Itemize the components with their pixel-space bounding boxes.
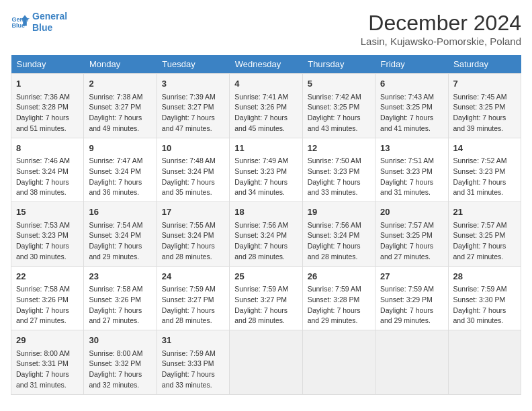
day-number: 15	[16, 205, 79, 219]
logo-icon: General Blue	[11, 13, 30, 32]
header-saturday: Saturday	[448, 55, 521, 74]
day-number: 9	[89, 142, 151, 155]
calendar-cell: 27Sunrise: 7:59 AM Sunset: 3:29 PM Dayli…	[375, 266, 448, 330]
calendar-cell: 24Sunrise: 7:59 AM Sunset: 3:27 PM Dayli…	[157, 266, 229, 330]
day-info: Sunrise: 7:49 AM Sunset: 3:23 PM Dayligh…	[234, 156, 297, 198]
day-number: 25	[234, 270, 297, 283]
header: General Blue General Blue December 2024 …	[11, 11, 521, 47]
day-info: Sunrise: 7:39 AM Sunset: 3:27 PM Dayligh…	[162, 92, 224, 134]
header-thursday: Thursday	[302, 55, 375, 74]
calendar-cell: 12Sunrise: 7:50 AM Sunset: 3:23 PM Dayli…	[302, 138, 375, 202]
day-number: 23	[89, 270, 151, 283]
day-info: Sunrise: 7:46 AM Sunset: 3:24 PM Dayligh…	[16, 156, 79, 198]
day-number: 21	[453, 205, 516, 219]
day-info: Sunrise: 7:54 AM Sunset: 3:24 PM Dayligh…	[89, 220, 151, 263]
day-info: Sunrise: 7:36 AM Sunset: 3:28 PM Dayligh…	[16, 92, 79, 134]
calendar-week-4: 22Sunrise: 7:58 AM Sunset: 3:26 PM Dayli…	[11, 266, 521, 330]
header-monday: Monday	[84, 55, 157, 74]
calendar-week-5: 29Sunrise: 8:00 AM Sunset: 3:31 PM Dayli…	[11, 330, 521, 395]
day-number: 16	[89, 205, 151, 219]
day-info: Sunrise: 7:57 AM Sunset: 3:25 PM Dayligh…	[380, 220, 443, 263]
calendar-header-row: SundayMondayTuesdayWednesdayThursdayFrid…	[11, 55, 521, 74]
day-info: Sunrise: 7:59 AM Sunset: 3:27 PM Dayligh…	[234, 284, 297, 326]
day-number: 10	[162, 142, 224, 155]
calendar-cell: 25Sunrise: 7:59 AM Sunset: 3:27 PM Dayli…	[230, 266, 302, 330]
header-friday: Friday	[375, 55, 448, 74]
logo-line2: Blue	[32, 22, 67, 34]
day-info: Sunrise: 7:48 AM Sunset: 3:24 PM Dayligh…	[162, 156, 224, 198]
day-number: 13	[380, 142, 443, 155]
day-info: Sunrise: 7:55 AM Sunset: 3:24 PM Dayligh…	[162, 220, 224, 263]
day-number: 2	[89, 77, 151, 91]
day-number: 7	[453, 77, 516, 91]
day-number: 19	[308, 205, 370, 219]
calendar-cell: 3Sunrise: 7:39 AM Sunset: 3:27 PM Daylig…	[157, 74, 229, 138]
day-info: Sunrise: 7:42 AM Sunset: 3:25 PM Dayligh…	[308, 92, 370, 134]
calendar-cell: 10Sunrise: 7:48 AM Sunset: 3:24 PM Dayli…	[157, 138, 229, 202]
calendar-body: 1Sunrise: 7:36 AM Sunset: 3:28 PM Daylig…	[11, 74, 521, 395]
calendar-cell: 11Sunrise: 7:49 AM Sunset: 3:23 PM Dayli…	[230, 138, 302, 202]
calendar-week-2: 8Sunrise: 7:46 AM Sunset: 3:24 PM Daylig…	[11, 138, 521, 202]
svg-text:Blue: Blue	[11, 22, 25, 29]
day-number: 5	[308, 77, 370, 91]
calendar-cell: 13Sunrise: 7:51 AM Sunset: 3:23 PM Dayli…	[375, 138, 448, 202]
calendar-cell: 8Sunrise: 7:46 AM Sunset: 3:24 PM Daylig…	[11, 138, 84, 202]
day-info: Sunrise: 7:53 AM Sunset: 3:23 PM Dayligh…	[16, 220, 79, 263]
calendar-cell: 14Sunrise: 7:52 AM Sunset: 3:23 PM Dayli…	[448, 138, 521, 202]
day-info: Sunrise: 7:50 AM Sunset: 3:23 PM Dayligh…	[308, 156, 370, 198]
calendar-cell: 15Sunrise: 7:53 AM Sunset: 3:23 PM Dayli…	[11, 202, 84, 267]
calendar-cell: 16Sunrise: 7:54 AM Sunset: 3:24 PM Dayli…	[84, 202, 157, 267]
day-number: 26	[308, 270, 370, 283]
day-number: 22	[16, 270, 79, 283]
day-number: 28	[453, 270, 516, 283]
logo-line1: General	[32, 11, 67, 22]
day-info: Sunrise: 7:41 AM Sunset: 3:26 PM Dayligh…	[234, 92, 297, 134]
day-number: 18	[234, 205, 297, 219]
day-info: Sunrise: 7:56 AM Sunset: 3:24 PM Dayligh…	[234, 220, 297, 263]
calendar-week-3: 15Sunrise: 7:53 AM Sunset: 3:23 PM Dayli…	[11, 202, 521, 267]
day-info: Sunrise: 7:56 AM Sunset: 3:24 PM Dayligh…	[308, 220, 370, 263]
day-number: 8	[16, 142, 79, 155]
calendar-cell: 7Sunrise: 7:45 AM Sunset: 3:25 PM Daylig…	[448, 74, 521, 138]
day-number: 29	[16, 334, 79, 347]
day-info: Sunrise: 7:45 AM Sunset: 3:25 PM Dayligh…	[453, 92, 516, 134]
calendar-cell	[230, 330, 302, 395]
header-wednesday: Wednesday	[230, 55, 302, 74]
calendar-table: SundayMondayTuesdayWednesdayThursdayFrid…	[11, 55, 521, 395]
calendar-cell	[448, 330, 521, 395]
day-number: 3	[162, 77, 224, 91]
day-info: Sunrise: 7:52 AM Sunset: 3:23 PM Dayligh…	[453, 156, 516, 198]
day-number: 30	[89, 334, 151, 347]
calendar-cell	[302, 330, 375, 395]
day-info: Sunrise: 8:00 AM Sunset: 3:32 PM Dayligh…	[89, 349, 151, 391]
day-info: Sunrise: 7:59 AM Sunset: 3:30 PM Dayligh…	[453, 284, 516, 326]
calendar-cell: 28Sunrise: 7:59 AM Sunset: 3:30 PM Dayli…	[448, 266, 521, 330]
day-number: 1	[16, 77, 79, 91]
calendar-cell: 1Sunrise: 7:36 AM Sunset: 3:28 PM Daylig…	[11, 74, 84, 138]
day-info: Sunrise: 7:59 AM Sunset: 3:33 PM Dayligh…	[162, 349, 224, 391]
day-info: Sunrise: 7:59 AM Sunset: 3:29 PM Dayligh…	[380, 284, 443, 326]
calendar-cell	[375, 330, 448, 395]
calendar-week-1: 1Sunrise: 7:36 AM Sunset: 3:28 PM Daylig…	[11, 74, 521, 138]
day-number: 6	[380, 77, 443, 91]
day-number: 20	[380, 205, 443, 219]
calendar-cell: 2Sunrise: 7:38 AM Sunset: 3:27 PM Daylig…	[84, 74, 157, 138]
calendar-cell: 22Sunrise: 7:58 AM Sunset: 3:26 PM Dayli…	[11, 266, 84, 330]
day-info: Sunrise: 7:43 AM Sunset: 3:25 PM Dayligh…	[380, 92, 443, 134]
header-sunday: Sunday	[11, 55, 84, 74]
main-title: December 2024	[361, 11, 521, 36]
calendar-cell: 4Sunrise: 7:41 AM Sunset: 3:26 PM Daylig…	[230, 74, 302, 138]
title-block: December 2024 Lasin, Kujawsko-Pomorskie,…	[361, 11, 521, 47]
calendar-cell: 21Sunrise: 7:57 AM Sunset: 3:25 PM Dayli…	[448, 202, 521, 267]
day-number: 24	[162, 270, 224, 283]
day-info: Sunrise: 7:58 AM Sunset: 3:26 PM Dayligh…	[89, 284, 151, 326]
day-number: 11	[234, 142, 297, 155]
calendar-cell: 20Sunrise: 7:57 AM Sunset: 3:25 PM Dayli…	[375, 202, 448, 267]
calendar-cell: 18Sunrise: 7:56 AM Sunset: 3:24 PM Dayli…	[230, 202, 302, 267]
day-info: Sunrise: 7:59 AM Sunset: 3:27 PM Dayligh…	[162, 284, 224, 326]
day-info: Sunrise: 7:51 AM Sunset: 3:23 PM Dayligh…	[380, 156, 443, 198]
subtitle: Lasin, Kujawsko-Pomorskie, Poland	[361, 36, 521, 47]
day-number: 31	[162, 334, 224, 347]
calendar-cell: 23Sunrise: 7:58 AM Sunset: 3:26 PM Dayli…	[84, 266, 157, 330]
day-info: Sunrise: 7:59 AM Sunset: 3:28 PM Dayligh…	[308, 284, 370, 326]
